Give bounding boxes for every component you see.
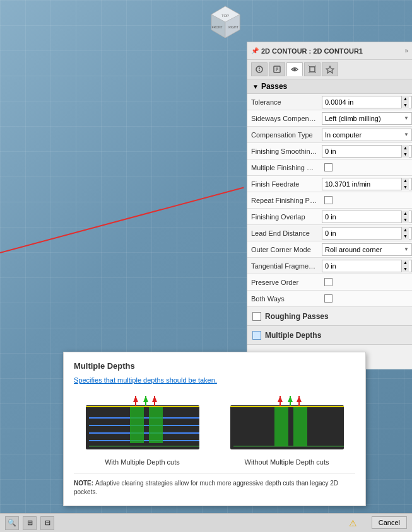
tolerance-value-area: 0.0004 in ▲ ▼ xyxy=(322,96,412,108)
panel-expand-icon[interactable]: » xyxy=(404,47,408,54)
finishing-smooth-row: Finishing Smoothing I... 0 in ▲ ▼ xyxy=(247,143,412,159)
svg-line-17 xyxy=(315,66,316,67)
svg-marker-20 xyxy=(326,66,334,73)
lead-end-dist-spinner[interactable]: ▲ ▼ xyxy=(401,227,409,240)
tooltip-desc-suffix: . xyxy=(215,376,217,384)
roughing-passes-section[interactable]: Roughing Passes xyxy=(247,307,412,326)
outer-corner-value-text: Roll around corner xyxy=(325,246,404,253)
passes-section-header[interactable]: ▼ Passes xyxy=(247,79,412,94)
roughing-passes-checkbox[interactable] xyxy=(252,312,261,321)
finish-feedrate-input[interactable]: 10.3701 in/min ▲ ▼ xyxy=(322,178,412,190)
multiple-depths-section[interactable]: Multiple Depths xyxy=(247,326,412,345)
finish-feedrate-spinner[interactable]: ▲ ▼ xyxy=(401,178,409,190)
lead-end-dist-label: Lead End Distance xyxy=(247,229,322,237)
tangential-frag-spinner[interactable]: ▲ ▼ xyxy=(401,260,409,272)
tangential-frag-spinner-down[interactable]: ▼ xyxy=(402,266,409,272)
right-panel: 📌 2D CONTOUR : 2D CONTOUR1 » ▼ Passes To… xyxy=(247,42,412,369)
tolerance-value-text: 0.0004 in xyxy=(325,98,353,106)
lead-end-dist-spinner-up[interactable]: ▲ xyxy=(402,227,409,233)
list-btn[interactable]: ⊟ xyxy=(40,516,54,530)
multiple-finish-row: Multiple Finishing Pass... xyxy=(247,159,412,176)
svg-line-19 xyxy=(315,72,316,73)
comp-type-select[interactable]: In computer ▼ xyxy=(322,129,412,141)
outer-corner-select[interactable]: Roll around corner ▼ xyxy=(322,243,412,256)
tolerance-label: Tolerance xyxy=(247,98,322,106)
svg-rect-15 xyxy=(310,67,315,72)
finishing-overlap-spinner-down[interactable]: ▼ xyxy=(402,217,409,223)
multiple-depths-label: Multiple Depths xyxy=(265,331,321,340)
tab-btn-5[interactable] xyxy=(322,62,338,76)
tooltip-desc-prefix: Specifies that xyxy=(74,376,117,384)
lead-end-dist-value-area: 0 in ▲ ▼ xyxy=(322,227,412,240)
tolerance-spinner[interactable]: ▲ ▼ xyxy=(401,96,409,108)
multiple-finish-checkbox[interactable] xyxy=(324,163,333,171)
tooltip-title: Multiple Depths xyxy=(74,361,355,371)
tolerance-spinner-down[interactable]: ▼ xyxy=(402,102,409,108)
outer-corner-row: Outer Corner Mode Roll around corner ▼ xyxy=(247,241,412,258)
tooltip-description: Specifies that multiple depths should be… xyxy=(74,376,355,385)
panel-title: 2D CONTOUR : 2D CONTOUR1 xyxy=(261,47,363,55)
preserve-order-label: Preserve Order xyxy=(247,279,322,286)
section-arrow-icon: ▼ xyxy=(252,83,259,90)
finishing-overlap-input[interactable]: 0 in ▲ ▼ xyxy=(322,211,412,223)
comp-type-value-text: In computer xyxy=(325,131,404,139)
comp-type-label: Compensation Type xyxy=(247,131,322,139)
finishing-overlap-label: Finishing Overlap xyxy=(247,213,322,221)
tangential-frag-input[interactable]: 0 in ▲ ▼ xyxy=(322,260,412,272)
tangential-frag-row: Tangential Fragment ... 0 in ▲ ▼ xyxy=(247,258,412,274)
finishing-overlap-spinner-up[interactable]: ▲ xyxy=(402,211,409,217)
lead-end-dist-row: Lead End Distance 0 in ▲ ▼ xyxy=(247,225,412,241)
multiple-depths-checkbox[interactable] xyxy=(252,331,261,340)
comp-type-value-area: In computer ▼ xyxy=(322,129,412,141)
sideways-comp-value-text: Left (climb milling) xyxy=(325,115,404,122)
both-ways-row: Both Ways xyxy=(247,291,412,307)
tangential-frag-value-area: 0 in ▲ ▼ xyxy=(322,260,412,272)
passes-section-label: Passes xyxy=(261,82,287,91)
tab-btn-3[interactable] xyxy=(286,62,303,76)
tangential-frag-spinner-up[interactable]: ▲ xyxy=(402,260,409,266)
finish-feedrate-value-area: 10.3701 in/min ▲ ▼ xyxy=(322,178,412,190)
svg-rect-39 xyxy=(293,407,307,446)
tolerance-spinner-up[interactable]: ▲ xyxy=(402,96,409,102)
both-ways-checkbox[interactable] xyxy=(324,294,333,303)
lead-end-dist-spinner-down[interactable]: ▼ xyxy=(402,233,409,240)
tooltip-img1-block: With Multiple Depth cuts xyxy=(74,393,211,466)
panel-pin-icon: 📌 xyxy=(251,47,259,54)
svg-text:FRONT: FRONT xyxy=(211,25,222,29)
cancel-button[interactable]: Cancel xyxy=(372,516,407,529)
search-btn[interactable]: 🔍 xyxy=(5,516,19,530)
grid-btn[interactable]: ⊞ xyxy=(23,516,37,530)
tooltip-img2-svg xyxy=(227,393,347,456)
svg-rect-28 xyxy=(149,407,163,443)
nav-cube[interactable]: TOP FRONT RIGHT xyxy=(208,3,243,38)
finishing-smooth-spinner[interactable]: ▲ ▼ xyxy=(401,145,409,158)
repeat-finish-label: Repeat Finishing Pass xyxy=(247,197,322,204)
tab-btn-2[interactable] xyxy=(269,62,285,76)
lead-end-dist-input[interactable]: 0 in ▲ ▼ xyxy=(322,227,412,240)
repeat-finish-checkbox[interactable] xyxy=(324,196,333,204)
preserve-order-checkbox[interactable] xyxy=(324,278,333,286)
comp-type-dropdown-icon: ▼ xyxy=(404,132,409,137)
roughing-passes-label: Roughing Passes xyxy=(265,312,329,321)
cad-diagonal-line xyxy=(0,187,244,253)
tab-btn-4[interactable] xyxy=(304,62,321,76)
sideways-comp-select[interactable]: Left (climb milling) ▼ xyxy=(322,112,412,125)
tab-btn-1[interactable] xyxy=(251,62,268,76)
svg-text:RIGHT: RIGHT xyxy=(228,25,238,29)
svg-rect-27 xyxy=(130,407,144,443)
finishing-smooth-value-text: 0 in xyxy=(325,147,336,155)
finishing-overlap-spinner[interactable]: ▲ ▼ xyxy=(401,211,409,223)
tolerance-input[interactable]: 0.0004 in ▲ ▼ xyxy=(322,96,412,108)
finishing-smooth-spinner-down[interactable]: ▼ xyxy=(402,151,409,158)
finishing-overlap-value-area: 0 in ▲ ▼ xyxy=(322,211,412,223)
finish-feedrate-spinner-down[interactable]: ▼ xyxy=(402,184,409,190)
finishing-smooth-input[interactable]: 0 in ▲ ▼ xyxy=(322,145,412,158)
svg-point-14 xyxy=(293,68,296,71)
svg-line-16 xyxy=(309,66,310,67)
finish-feedrate-spinner-up[interactable]: ▲ xyxy=(402,178,409,184)
tooltip-img1-label: With Multiple Depth cuts xyxy=(105,458,180,466)
svg-line-18 xyxy=(309,72,310,73)
tooltip-img2-label: Without Multiple Depth cuts xyxy=(245,458,329,466)
finishing-smooth-spinner-up[interactable]: ▲ xyxy=(402,145,409,151)
multiple-finish-label: Multiple Finishing Pass... xyxy=(247,164,322,171)
